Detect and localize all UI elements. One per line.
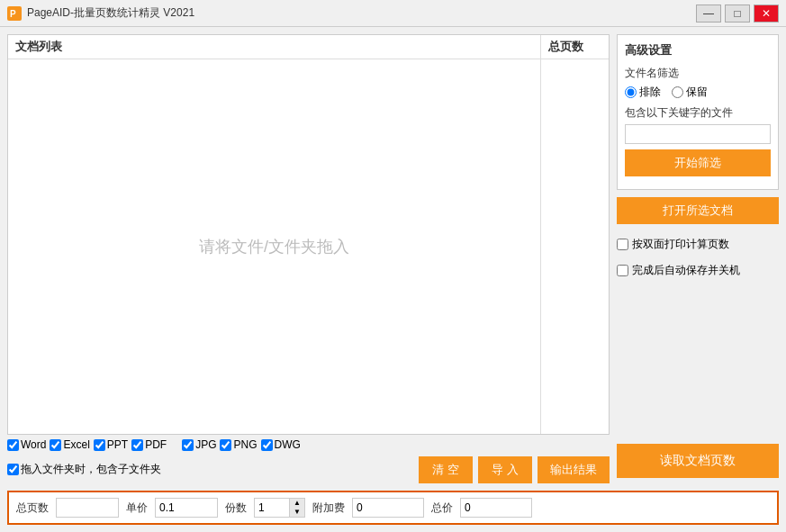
checkboxes-row: Word Excel PPT PDF JPG (7, 435, 610, 455)
word-label: Word (21, 438, 46, 451)
clear-button[interactable]: 清 空 (419, 456, 473, 483)
calc-row: 总页数 单价 份数 ▲ ▼ 附加费 总价 (7, 491, 779, 525)
window-controls: — □ ✕ (696, 5, 779, 23)
ppt-label: PPT (107, 438, 128, 451)
title-bar-left: P PageAID-批量页数统计精灵 V2021 (7, 5, 194, 21)
copies-spinner: ▲ ▼ (254, 498, 305, 518)
checkbox-jpg[interactable]: JPG (182, 438, 216, 451)
import-button[interactable]: 导 入 (478, 456, 532, 483)
main-container: 文档列表 请将文件/文件夹拖入 总页数 Word Ex (0, 27, 786, 532)
exclude-label: 排除 (639, 85, 661, 100)
filter-radio-row: 排除 保留 (625, 85, 771, 100)
doc-list-header: 文档列表 (8, 35, 540, 59)
page-count-area: 总页数 (541, 35, 609, 434)
spinner-down[interactable]: ▼ (290, 508, 304, 517)
keyword-input[interactable] (625, 124, 771, 144)
excel-label: Excel (63, 438, 89, 451)
total-price-label: 总价 (431, 500, 453, 516)
export-button[interactable]: 输出结果 (538, 456, 610, 483)
app-icon: P (7, 6, 22, 21)
doc-page-wrapper: 文档列表 请将文件/文件夹拖入 总页数 (7, 34, 610, 435)
spinner-buttons: ▲ ▼ (290, 498, 305, 518)
spinner-up[interactable]: ▲ (290, 499, 304, 508)
checkbox-dwg[interactable]: DWG (261, 438, 301, 451)
total-pages-input[interactable] (56, 498, 119, 518)
checkbox-png[interactable]: PNG (220, 438, 257, 451)
radio-keep[interactable]: 保留 (672, 85, 708, 100)
filter-button[interactable]: 开始筛选 (625, 149, 771, 176)
subfolder-label: 拖入文件夹时，包含子文件夹 (21, 462, 161, 477)
unit-price-label: 单价 (126, 500, 148, 516)
title-bar: P PageAID-批量页数统计精灵 V2021 — □ ✕ (0, 0, 786, 27)
extra-fee-label: 附加费 (312, 500, 345, 516)
shutdown-checkbox[interactable]: 完成后自动保存并关机 (617, 263, 779, 278)
dwg-label: DWG (275, 438, 301, 451)
right-panel: 高级设置 文件名筛选 排除 保留 包含以下关键字的文件 开始筛选 打开所选文档 (617, 34, 779, 483)
checkbox-subfolder[interactable]: 拖入文件夹时，包含子文件夹 (7, 462, 161, 477)
page-count-header: 总页数 (541, 35, 609, 59)
read-pages-button[interactable]: 读取文档页数 (617, 444, 779, 478)
content-area: 文档列表 请将文件/文件夹拖入 总页数 Word Ex (7, 34, 779, 483)
png-label: PNG (233, 438, 257, 451)
settings-group: 高级设置 文件名筛选 排除 保留 包含以下关键字的文件 开始筛选 (617, 34, 779, 190)
keep-label: 保留 (686, 85, 708, 100)
radio-exclude[interactable]: 排除 (625, 85, 661, 100)
checkbox-ppt[interactable]: PPT (94, 438, 128, 451)
doc-list-body[interactable]: 请将文件/文件夹拖入 (8, 59, 540, 434)
checkbox-pdf[interactable]: PDF (131, 438, 167, 451)
copies-input[interactable] (254, 498, 290, 518)
checkbox-word[interactable]: Word (7, 438, 46, 451)
action-buttons-row: 清 空 导 入 输出结果 (419, 456, 610, 483)
close-button[interactable]: ✕ (754, 5, 779, 23)
total-pages-label: 总页数 (16, 500, 49, 516)
total-price-input[interactable] (460, 498, 532, 518)
left-panel: 文档列表 请将文件/文件夹拖入 总页数 Word Ex (7, 34, 610, 483)
drop-hint: 请将文件/文件夹拖入 (199, 236, 349, 257)
unit-price-input[interactable] (155, 498, 218, 518)
minimize-button[interactable]: — (696, 5, 721, 23)
doc-list-area: 文档列表 请将文件/文件夹拖入 (8, 35, 541, 434)
copies-label: 份数 (225, 500, 247, 516)
jpg-label: JPG (195, 438, 216, 451)
extra-fee-input[interactable] (352, 498, 424, 518)
checkbox-excel[interactable]: Excel (50, 438, 89, 451)
keyword-label: 包含以下关键字的文件 (625, 105, 771, 121)
settings-title: 高级设置 (625, 42, 771, 59)
filter-section-title: 文件名筛选 (625, 66, 771, 81)
pdf-label: PDF (145, 438, 167, 451)
shutdown-label: 完成后自动保存并关机 (632, 263, 740, 278)
duplex-checkbox[interactable]: 按双面打印计算页数 (617, 237, 779, 252)
page-count-body (541, 59, 609, 434)
svg-text:P: P (10, 9, 16, 19)
open-docs-button[interactable]: 打开所选文档 (617, 197, 779, 224)
window-title: PageAID-批量页数统计精灵 V2021 (27, 5, 194, 21)
duplex-label: 按双面打印计算页数 (632, 237, 729, 252)
maximize-button[interactable]: □ (725, 5, 750, 23)
